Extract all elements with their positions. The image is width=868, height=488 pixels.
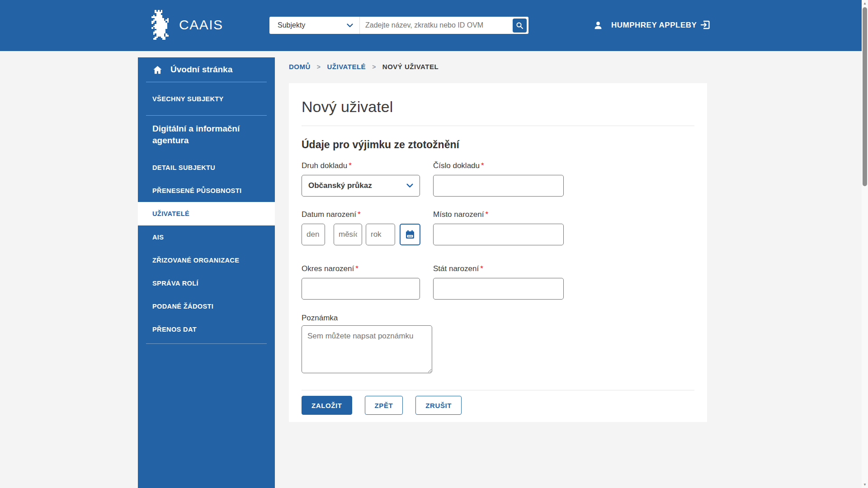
content-card: Nový uživatel Údaje pro výjimku ze ztoto…: [289, 83, 707, 422]
sidebar-home-label: Úvodní stránka: [170, 65, 232, 75]
sidebar-divider: [146, 343, 267, 344]
required-marker: *: [349, 161, 352, 170]
scrollbar-up-icon[interactable]: ▲: [862, 1, 868, 5]
required-marker: *: [480, 264, 483, 273]
date-picker-button[interactable]: [400, 224, 420, 245]
brand-name: CAAIS: [179, 8, 223, 42]
breadcrumb-current: NOVÝ UŽIVATEL: [382, 63, 439, 70]
breadcrumb: DOMŮ > UŽIVATELÉ > NOVÝ UŽIVATEL: [289, 63, 439, 70]
cislo-dokladu-label: Číslo dokladu*: [433, 161, 564, 171]
stat-narozeni-input[interactable]: [433, 278, 564, 300]
logout-icon: [699, 19, 711, 31]
sidebar-item-detail-subjektu[interactable]: DETAIL SUBJEKTU: [138, 156, 275, 179]
section-heading: Údaje pro výjimku ze ztotožnění: [302, 138, 694, 151]
sidebar-item-uzivatele[interactable]: UŽIVATELÉ: [138, 202, 275, 225]
sidebar-all-subjects-label: VŠECHNY SUBJEKTY: [152, 95, 224, 103]
okres-narozeni-label: Okres narození*: [302, 264, 420, 274]
breadcrumb-separator-icon: >: [372, 63, 376, 70]
app-header: CAAIS Subjekty HUMPHREY APPLEBY: [0, 0, 868, 51]
search-button[interactable]: [513, 19, 527, 33]
poznamka-textarea[interactable]: [302, 325, 432, 373]
sidebar-item-ais[interactable]: AIS: [138, 225, 275, 249]
birth-year-input[interactable]: [366, 224, 395, 245]
buttons-divider: [302, 390, 694, 390]
datum-narozeni-label: Datum narození*: [302, 210, 420, 220]
druh-dokladu-value: Občanský průkaz: [308, 181, 372, 190]
scrollbar-down-icon[interactable]: ▼: [862, 483, 868, 487]
zalozit-button[interactable]: ZALOŽIT: [302, 396, 352, 415]
misto-narozeni-input[interactable]: [433, 224, 564, 245]
search-icon: [516, 22, 524, 29]
chevron-down-icon: [347, 23, 353, 28]
sidebar-menu: DETAIL SUBJEKTU PŘENESENÉ PŮSOBNOSTI UŽI…: [138, 156, 275, 341]
druh-dokladu-select[interactable]: Občanský průkaz: [302, 175, 420, 197]
birth-month-input[interactable]: [334, 224, 362, 245]
sidebar: Úvodní stránka VŠECHNY SUBJEKTY Digitáln…: [138, 57, 275, 488]
required-marker: *: [358, 210, 361, 219]
misto-narozeni-label: Místo narození*: [433, 210, 564, 220]
breadcrumb-uzivatele[interactable]: UŽIVATELÉ: [327, 63, 366, 70]
zrusit-button[interactable]: ZRUŠIT: [415, 396, 462, 415]
breadcrumb-home[interactable]: DOMŮ: [289, 63, 311, 70]
page-title: Nový uživatel: [302, 97, 694, 117]
birth-day-input[interactable]: [302, 224, 325, 245]
user-name: HUMPHREY APPLEBY: [611, 21, 697, 30]
search-input[interactable]: [360, 17, 513, 34]
sidebar-item-podane-zadosti[interactable]: PODANÉ ŽÁDOSTI: [138, 295, 275, 318]
home-icon: [152, 65, 163, 75]
cislo-dokladu-input[interactable]: [433, 175, 564, 197]
search-category-select[interactable]: Subjekty: [269, 17, 360, 34]
user-icon: [593, 20, 603, 30]
required-marker: *: [355, 264, 359, 273]
title-divider: [302, 126, 694, 126]
logout-button[interactable]: [698, 19, 712, 32]
user-menu[interactable]: HUMPHREY APPLEBY: [593, 17, 697, 34]
page-scrollbar[interactable]: ▲ ▼: [862, 0, 868, 488]
sidebar-item-prenesene-pusobnosti[interactable]: PŘENESENÉ PŮSOBNOSTI: [138, 179, 275, 202]
chevron-down-icon: [406, 183, 413, 188]
scrollbar-thumb[interactable]: [863, 7, 867, 186]
druh-dokladu-label: Druh dokladu*: [302, 161, 420, 171]
required-marker: *: [485, 210, 488, 219]
sidebar-item-prenos-dat[interactable]: PŘENOS DAT: [138, 318, 275, 341]
form-actions: ZALOŽIT ZPĚT ZRUŠIT: [302, 396, 694, 415]
okres-narozeni-input[interactable]: [302, 278, 420, 300]
caais-lion-logo: [150, 8, 172, 42]
global-search-bar: Subjekty: [269, 17, 528, 34]
breadcrumb-separator-icon: >: [317, 63, 321, 70]
search-category-value: Subjekty: [278, 21, 305, 29]
sidebar-item-all-subjects[interactable]: VŠECHNY SUBJEKTY: [138, 82, 275, 115]
poznamka-label: Poznámka: [302, 313, 694, 323]
stat-narozeni-label: Stát narození*: [433, 264, 564, 274]
zpet-button[interactable]: ZPĚT: [365, 396, 403, 415]
sidebar-section-title: Digitální a informační agentura: [138, 116, 275, 146]
sidebar-item-zrizovane-organizace[interactable]: ZŘIZOVANÉ ORGANIZACE: [138, 249, 275, 272]
brand[interactable]: CAAIS: [150, 8, 223, 42]
required-marker: *: [481, 161, 484, 170]
sidebar-item-home[interactable]: Úvodní stránka: [138, 57, 275, 82]
calendar-icon: [405, 229, 415, 240]
sidebar-item-sprava-roli[interactable]: SPRÁVA ROLÍ: [138, 272, 275, 295]
